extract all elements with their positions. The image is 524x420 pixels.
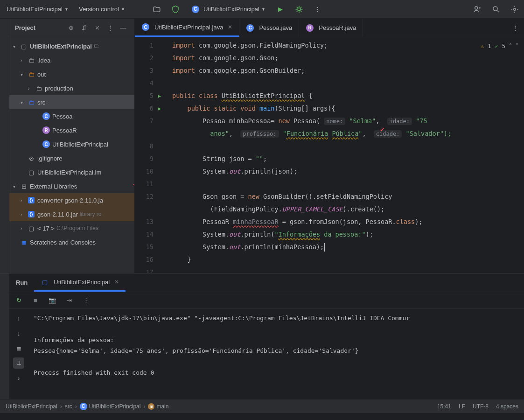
chevron-down-icon[interactable]: ˅ xyxy=(516,43,518,49)
code-line: import com.google.gson.FieldNamingPolicy… xyxy=(172,39,524,52)
folder-icon: 🗀 xyxy=(27,71,35,78)
run-tabs: Run ▢ UtiBibliotExtPrincipal ✕ xyxy=(9,273,524,292)
tab-pessoar[interactable]: R PessoaR.java xyxy=(299,19,363,37)
tree-label: production xyxy=(45,85,73,92)
class-icon: C xyxy=(80,403,87,410)
warning-count: 1 xyxy=(488,43,491,49)
select-opened-file-icon[interactable]: ⊕ xyxy=(65,22,77,34)
tree-folder-out[interactable]: ▾ 🗀 out xyxy=(9,67,134,81)
collapse-all-icon[interactable]: ⤫ xyxy=(91,22,103,34)
tree-folder-production[interactable]: › 🗀 production xyxy=(9,81,134,95)
sidebar-tools: ⊕ ⇵ ⤫ ⋮ — xyxy=(65,22,129,34)
close-icon[interactable]: ✕ xyxy=(114,279,119,285)
line-num: 14 xyxy=(135,228,154,241)
open-folder-icon[interactable] xyxy=(151,4,162,15)
tree-folder-idea[interactable]: › 🗀 .idea xyxy=(9,53,134,67)
chevron-right-icon: › xyxy=(21,226,27,231)
tree-lib-jdk[interactable]: › ▢ < 17 > C:\Program Files xyxy=(9,221,134,235)
breadcrumb-method[interactable]: mmain xyxy=(148,403,168,410)
chevron-down-icon: ▾ xyxy=(21,72,27,77)
tree-label: UtiBibliotExtPrincipal.im xyxy=(37,169,101,176)
jar-icon: {} xyxy=(27,211,35,217)
line-num: 8 xyxy=(135,140,154,153)
code-content[interactable]: import com.google.gson.FieldNamingPolicy… xyxy=(158,37,524,273)
tree-lib-gson[interactable]: › {} gson-2.11.0.jar library ro xyxy=(9,207,134,221)
scroll-end-icon[interactable]: ⇊ xyxy=(13,357,24,369)
settings-icon[interactable] xyxy=(509,4,520,15)
line-num[interactable]: 6▶ xyxy=(135,102,154,115)
breadcrumb-class[interactable]: CUtiBibliotExtPrincipal xyxy=(80,403,141,410)
up-arrow-icon[interactable]: ↑ xyxy=(13,313,24,324)
run-config-selector[interactable]: C UtiBibliotExtPrincipal ▾ xyxy=(189,4,267,15)
tree-file-pessoa[interactable]: C Pessoa xyxy=(9,109,134,123)
output-line: Informações da pessoa: xyxy=(34,336,114,343)
status-encoding[interactable]: UTF-8 xyxy=(473,403,489,410)
tree-folder-src[interactable]: ▾ 🗀 src xyxy=(9,95,134,109)
debug-button[interactable] xyxy=(293,4,305,15)
run-config-tab[interactable]: ▢ UtiBibliotExtPrincipal ✕ xyxy=(34,273,126,292)
code-line: PessoaR minhaPessoaR = gson.fromJson(jso… xyxy=(172,216,524,228)
tab-pessoa[interactable]: C Pessoa.java xyxy=(239,19,299,37)
run-output[interactable]: "C:\Program Files\Java\jdk-17\bin\java.e… xyxy=(28,309,524,399)
svg-point-1 xyxy=(475,7,478,9)
line-num[interactable]: 5▶ xyxy=(135,90,154,102)
tree-label: converter-gson-2.11.0.ja xyxy=(37,197,103,204)
soft-wrap-icon[interactable]: ≣ xyxy=(13,343,24,354)
chevron-right-icon: › xyxy=(28,86,35,91)
chevron-up-icon[interactable]: ˄ xyxy=(509,43,512,49)
tree-root[interactable]: ▾ ▢ UtiBibliotExtPrincipal C: xyxy=(9,39,134,53)
tree-lib-converter[interactable]: › {} converter-gson-2.11.0.ja xyxy=(9,193,134,207)
code-line: anos", profissao: "Funcionária Pública",… xyxy=(172,127,524,140)
version-control-menu[interactable]: Version control ▾ xyxy=(76,4,127,14)
hide-icon[interactable]: — xyxy=(118,22,129,34)
sidebar-header: Project ⊕ ⇵ ⤫ ⋮ — xyxy=(9,19,134,37)
status-line-sep[interactable]: LF xyxy=(459,403,465,410)
tree-label: out xyxy=(37,71,46,78)
tree-file-pessoar[interactable]: R PessoaR xyxy=(9,123,134,137)
down-arrow-icon[interactable]: ↓ xyxy=(13,328,24,339)
run-config-tab-label: UtiBibliotExtPrincipal xyxy=(54,279,110,286)
breadcrumb-src[interactable]: src xyxy=(65,403,72,410)
screenshot-icon[interactable]: 📷 xyxy=(47,295,58,306)
record-icon: R xyxy=(306,24,314,32)
code-line: public class UtiBibliotExtPrincipal { xyxy=(172,90,524,102)
chevron-down-icon: ▾ xyxy=(122,7,124,12)
exit-icon[interactable]: ⇥ xyxy=(63,295,75,306)
warning-icon: ⚠ xyxy=(481,43,484,49)
more-icon[interactable]: ⋮ xyxy=(80,295,91,306)
run-output-wrap: ↑ ↓ ≣ ⇊ › "C:\Program Files\Java\jdk-17\… xyxy=(9,309,524,399)
run-tab-label[interactable]: Run xyxy=(9,273,34,292)
svg-point-0 xyxy=(298,8,300,11)
jdk-icon: ▢ xyxy=(27,225,35,232)
editor-body[interactable]: 1 2 3 4 5▶ 6▶ 7 8 9 10 11 12 13 14 15 16… xyxy=(135,37,524,273)
close-icon[interactable]: ✕ xyxy=(228,24,232,30)
tree-external-libraries[interactable]: ▾ ⊞ External Libraries ↘ xyxy=(9,179,134,193)
shield-icon[interactable] xyxy=(170,4,181,15)
main-area: Project ⊕ ⇵ ⤫ ⋮ — ▾ ▢ UtiBibliotExtPrinc… xyxy=(0,19,524,273)
tree-label: < 17 > xyxy=(37,225,55,232)
project-selector[interactable]: UtiBibliotExtPrincipal ▾ xyxy=(4,4,70,14)
tab-more-button[interactable]: ⋮ xyxy=(507,19,524,37)
search-icon[interactable] xyxy=(490,4,502,15)
more-actions-icon[interactable]: ⋮ xyxy=(312,4,323,15)
expand-icon[interactable]: › xyxy=(13,372,24,384)
status-indent[interactable]: 4 spaces xyxy=(496,403,518,410)
code-line: String json = ""; xyxy=(172,153,524,165)
tree-label: .idea xyxy=(37,57,50,64)
tree-scratches[interactable]: ≣ Scratches and Consoles xyxy=(9,235,134,249)
inspection-widget[interactable]: ⚠1 ✓5 ˄ ˅ xyxy=(481,43,518,49)
run-button[interactable]: ▶ xyxy=(275,4,286,15)
line-num: 3 xyxy=(135,64,154,77)
stop-button[interactable]: ■ xyxy=(30,295,41,306)
rerun-button[interactable]: ↻ xyxy=(13,295,24,306)
status-cursor[interactable]: 15:41 xyxy=(437,403,451,410)
collaborator-icon[interactable] xyxy=(472,4,483,15)
check-icon: ✓ xyxy=(495,43,498,49)
tree-file-gitignore[interactable]: ⊘ .gitignore xyxy=(9,151,134,165)
breadcrumb-project[interactable]: UtiBibliotExtPrincipal xyxy=(6,403,57,410)
tab-main[interactable]: C UtiBibliotExtPrincipal.java ✕ xyxy=(135,19,239,37)
tree-file-main[interactable]: C UtiBibliotExtPrincipal xyxy=(9,137,134,151)
expand-all-icon[interactable]: ⇵ xyxy=(78,22,90,34)
tree-file-iml[interactable]: ▢ UtiBibliotExtPrincipal.im xyxy=(9,165,134,179)
more-icon[interactable]: ⋮ xyxy=(105,22,116,34)
